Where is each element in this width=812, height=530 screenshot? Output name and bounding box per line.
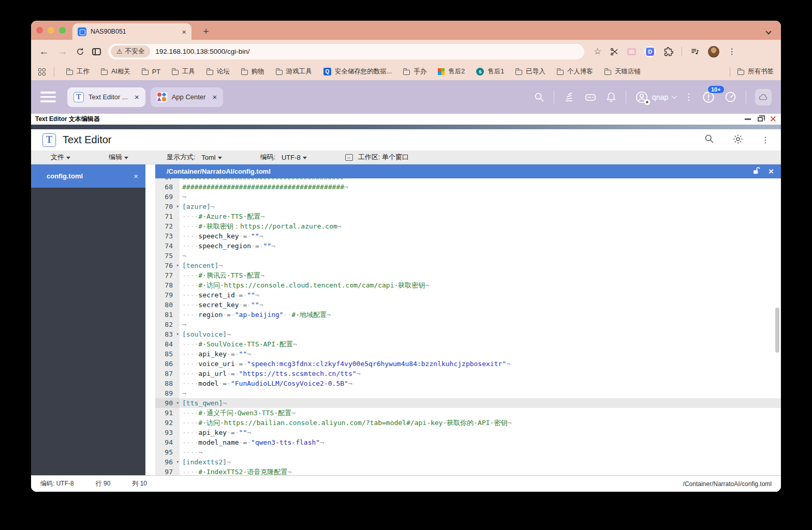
code-line[interactable]: 68######################################… xyxy=(155,182,781,192)
bookmark-item[interactable]: 购物 xyxy=(237,65,269,78)
minimize-window-button[interactable] xyxy=(48,27,54,34)
editor-window-titlebar[interactable]: Text Editor 文本编辑器 ✕ xyxy=(31,114,781,125)
zoom-window-button[interactable] xyxy=(59,27,66,34)
editor-menu-kebab-icon[interactable]: ⋮ xyxy=(761,135,770,145)
close-icon[interactable]: × xyxy=(134,172,138,180)
bookmark-star-icon[interactable]: ☆ xyxy=(594,46,601,57)
qnap-tab-text-editor[interactable]: T Text Editor ... × xyxy=(67,87,145,107)
notifications-bell-icon[interactable] xyxy=(606,92,617,103)
bookmark-item[interactable]: s售后1 xyxy=(471,65,509,78)
menu-edit[interactable]: 编辑 xyxy=(105,153,132,162)
browser-tab[interactable]: NAS90B051 × xyxy=(72,23,191,40)
bookmark-item[interactable]: AI相关 xyxy=(96,65,135,78)
address-bar[interactable]: ⚠ 不安全 192.168.100.138:5000/cgi-bin/ xyxy=(108,44,584,59)
apps-grid-icon[interactable] xyxy=(38,68,46,75)
url-text[interactable]: 192.168.100.138:5000/cgi-bin/ xyxy=(155,48,249,55)
fold-arrow-icon[interactable]: ▾ xyxy=(176,457,179,467)
code-line[interactable]: 79····secret_id·=·""¬ xyxy=(155,290,781,300)
code-line[interactable]: 84····#·SoulVoice·TTS·API·配置¬ xyxy=(155,339,781,349)
search-icon[interactable] xyxy=(534,92,545,103)
menu-workspace[interactable]: ↔ 工作区: 单个窗口 xyxy=(341,153,413,162)
code-line[interactable]: 69¬ xyxy=(155,192,781,202)
system-alerts-icon[interactable]: 10+ xyxy=(702,90,715,104)
resource-monitor-icon[interactable] xyxy=(724,90,737,103)
code-line[interactable]: 96▾[indextts2]¬ xyxy=(155,457,781,467)
bookmark-item[interactable]: PT xyxy=(137,66,165,78)
menu-encoding[interactable]: 编码: UTF-8 xyxy=(256,153,311,162)
side-panel-icon[interactable] xyxy=(92,48,101,55)
vertical-scrollbar[interactable] xyxy=(775,308,779,353)
code-line[interactable]: 86····voice_uri·=·"speech:mcg3fdnx:clzky… xyxy=(155,359,781,369)
forward-button[interactable]: → xyxy=(57,46,68,57)
code-line[interactable]: 73····speech_key·=·""¬ xyxy=(155,231,781,241)
code-line[interactable]: 70▾[azure]¬ xyxy=(155,202,781,211)
code-line[interactable]: 82¬ xyxy=(155,320,781,329)
reload-button[interactable] xyxy=(76,47,85,56)
sidebar-file-item[interactable]: config.toml × xyxy=(31,164,145,188)
code-line[interactable]: 93····api_key·=·""¬ xyxy=(155,428,781,437)
bookmark-item[interactable]: 个人博客 xyxy=(552,65,598,78)
fold-arrow-icon[interactable]: ▾ xyxy=(176,202,179,211)
bookmark-item[interactable]: Q安全储存您的数据... xyxy=(319,65,396,78)
search-icon[interactable] xyxy=(704,133,715,146)
close-window-button[interactable] xyxy=(36,27,43,34)
main-menu-hamburger-icon[interactable] xyxy=(40,92,56,102)
browser-menu-kebab-icon[interactable]: ⋮ xyxy=(728,47,736,56)
fold-arrow-icon[interactable]: ▾ xyxy=(176,261,179,270)
tab-overflow-chevron-icon[interactable] xyxy=(766,26,775,35)
close-icon[interactable]: × xyxy=(135,93,139,101)
code-line[interactable]: 78····#·访问·https://console.cloud.tencent… xyxy=(155,280,781,290)
back-button[interactable]: ← xyxy=(38,46,50,57)
tv-extension-icon[interactable] xyxy=(627,48,636,55)
extensions-puzzle-icon[interactable] xyxy=(664,47,673,56)
qnap-tab-app-center[interactable]: App Center × xyxy=(151,87,224,107)
menu-file[interactable]: 文件 xyxy=(47,153,75,162)
new-tab-button[interactable]: + xyxy=(199,25,213,38)
bookmark-item[interactable]: 论坛 xyxy=(202,65,234,78)
reading-list-icon[interactable] xyxy=(690,47,700,56)
code-line[interactable]: 88····model·=·"FunAudioLLM/CosyVoice2-0.… xyxy=(155,378,781,388)
code-line[interactable]: 91····#·通义千问·Qwen3·TTS·配置¬ xyxy=(155,408,781,418)
myqnapcloud-icon[interactable] xyxy=(755,89,772,105)
code-line[interactable]: 81····region·=·"ap-beijing"··#·地域配置¬ xyxy=(155,310,781,320)
background-tasks-icon[interactable] xyxy=(563,91,575,103)
code-line[interactable]: 90▾[tts_qwen]¬ xyxy=(155,398,781,408)
bookmark-item[interactable]: 游戏工具 xyxy=(271,65,317,78)
tab-close-icon[interactable]: × xyxy=(182,27,186,36)
bookmark-item[interactable]: 天猫店铺 xyxy=(600,65,645,78)
code-line[interactable]: 92····#·访问·https://bailian.console.aliyu… xyxy=(155,418,781,428)
scissors-extension-icon[interactable] xyxy=(610,47,619,56)
fold-arrow-icon[interactable]: ▾ xyxy=(176,398,179,408)
site-security-chip[interactable]: ⚠ 不安全 xyxy=(111,46,150,57)
device-card-icon[interactable] xyxy=(584,91,597,103)
code-line[interactable]: 67######################################… xyxy=(155,178,781,182)
restore-icon[interactable] xyxy=(758,117,763,122)
close-document-icon[interactable]: × xyxy=(769,166,774,177)
code-line[interactable]: 87····api_url·=·"https://tts.scsmtech.cn… xyxy=(155,369,781,378)
menu-display-mode[interactable]: 显示方式: Toml xyxy=(163,153,226,162)
d-extension-icon[interactable]: D xyxy=(644,46,656,57)
code-area[interactable]: 67######################################… xyxy=(155,178,781,475)
code-line[interactable]: 75¬ xyxy=(155,251,781,261)
code-line[interactable]: 71····#·Azure·TTS·配置¬ xyxy=(155,211,781,221)
bookmark-item[interactable]: 手办 xyxy=(398,65,431,78)
profile-avatar[interactable] xyxy=(708,46,719,57)
bookmark-item[interactable]: 售后2 xyxy=(433,65,469,78)
code-line[interactable]: 94····model_name·=·"qwen3-tts-flash"¬ xyxy=(155,437,781,447)
user-menu[interactable]: ★ qnap xyxy=(635,90,675,104)
code-line[interactable]: 83▾[soulvoice]¬ xyxy=(155,329,781,339)
unlock-icon[interactable] xyxy=(752,166,761,177)
code-line[interactable]: 77····#·腾讯云·TTS·配置¬ xyxy=(155,270,781,280)
code-line[interactable]: 80····secret_key·=·""¬ xyxy=(155,300,781,310)
fold-arrow-icon[interactable]: ▾ xyxy=(176,329,179,339)
close-icon[interactable]: × xyxy=(212,93,217,101)
code-line[interactable]: 89¬ xyxy=(155,388,781,398)
bookmark-item[interactable]: 工作 xyxy=(62,65,94,78)
close-icon[interactable]: ✕ xyxy=(770,116,777,123)
document-tab-bar[interactable]: /Container/NarratoAI/config.toml × xyxy=(155,164,781,178)
all-bookmarks-button[interactable]: 所有书签 xyxy=(737,67,774,76)
code-line[interactable]: 97····#·IndexTTS2·语音克隆配置¬ xyxy=(155,467,781,475)
code-line[interactable]: 85····api_key·=·""¬ xyxy=(155,349,781,359)
gear-icon[interactable] xyxy=(732,133,744,147)
code-line[interactable]: 74····speech_region·=·""¬ xyxy=(155,241,781,251)
